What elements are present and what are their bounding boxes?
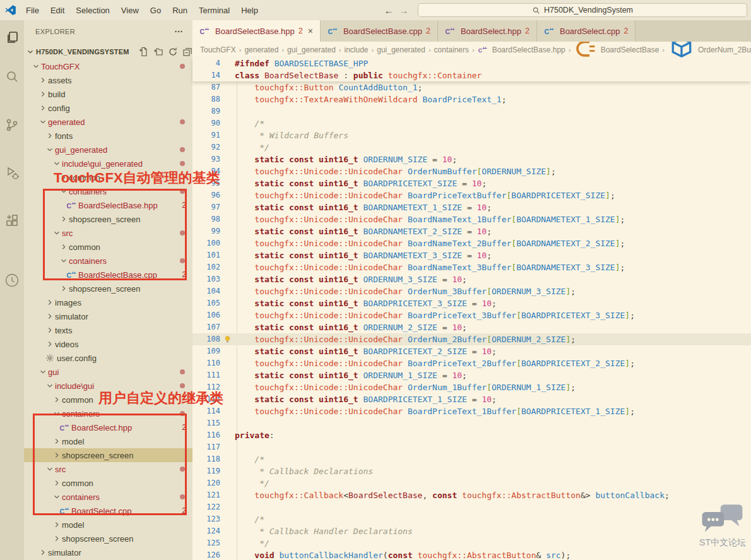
tree-item-label: fonts <box>55 131 73 141</box>
tree-folder-gui[interactable]: gui <box>24 365 192 379</box>
code-line[interactable]: 88 touchgfx::TextAreaWithOneWildcard Boa… <box>192 93 751 105</box>
menu-item-edit[interactable]: Edit <box>45 4 70 17</box>
nav-back-icon[interactable]: ← <box>381 5 396 16</box>
breadcrumb-item[interactable]: OrderNum_2Bu <box>668 42 751 57</box>
tree-folder-assets[interactable]: assets <box>24 73 192 87</box>
code-line[interactable]: 87 touchgfx::Button CountAddButton_1; <box>192 81 751 93</box>
code-line[interactable]: 100 touchgfx::Unicode::UnicodeChar Board… <box>192 237 751 249</box>
breadcrumb-item[interactable]: TouchGFX <box>200 45 236 54</box>
tree-folder-shopscreen-screen[interactable]: shopscreen_screen <box>24 532 192 545</box>
tab-boardselect-cpp[interactable]: C++BoardSelect.cpp2 <box>537 20 636 42</box>
source-control-icon[interactable] <box>3 116 21 134</box>
code-line[interactable]: 109 static const uint16_t BOARDPRICETEXT… <box>192 345 751 357</box>
nav-forward-icon[interactable]: → <box>396 5 411 16</box>
explorer-icon[interactable] <box>3 29 21 47</box>
code-line[interactable]: 99 static const uint16_t BOARDNAMETEXT_2… <box>192 225 751 237</box>
tree-folder-simulator[interactable]: simulator <box>24 309 192 323</box>
tree-folder-simulator[interactable]: simulator <box>24 545 192 559</box>
menu-item-run[interactable]: Run <box>167 4 193 17</box>
line-number: 125 <box>192 537 220 549</box>
code-line[interactable]: 122 <box>192 501 751 513</box>
code-line[interactable]: 117 <box>192 441 751 453</box>
code-line[interactable]: 96 touchgfx::Unicode::UnicodeChar BoardP… <box>192 189 751 201</box>
code-line[interactable]: 108 touchgfx::Unicode::UnicodeChar Order… <box>192 333 751 345</box>
code-line[interactable]: 112 touchgfx::Unicode::UnicodeChar Order… <box>192 381 751 393</box>
breadcrumb-item[interactable]: gui_generated <box>287 45 336 54</box>
tree-folder-shopscreen-screen[interactable]: shopscreen_screen <box>24 282 192 295</box>
tree-folder-model[interactable]: model <box>24 518 192 532</box>
code-line[interactable]: 97 static const uint16_t BOARDNAMETEXT_1… <box>192 201 751 213</box>
code-line[interactable]: 118 /* <box>192 453 751 465</box>
sticky-line[interactable]: 14class BoardSelectBase : public touchgf… <box>192 69 751 81</box>
menu-item-terminal[interactable]: Terminal <box>193 4 235 17</box>
code-line[interactable]: 89 <box>192 105 751 117</box>
search-icon[interactable] <box>3 68 21 86</box>
tree-folder-texts[interactable]: texts <box>24 323 192 337</box>
code-line[interactable]: 111 static const uint16_t ORDERNUM_1_SIZ… <box>192 369 751 381</box>
code-line[interactable]: 106 touchgfx::Unicode::UnicodeChar Board… <box>192 309 751 321</box>
code-line[interactable]: 123 /* <box>192 513 751 525</box>
code-line[interactable]: 120 */ <box>192 477 751 489</box>
tab-boardselect-hpp[interactable]: C++BoardSelect.hpp2 <box>438 20 537 42</box>
tree-folder-build[interactable]: build <box>24 87 192 101</box>
breadcrumb-item[interactable]: include <box>345 45 369 54</box>
workspace-section-header[interactable]: H750DK_VENDINGSYSTEM <box>24 44 192 59</box>
code-line[interactable]: 107 static const uint16_t ORDERNUM_2_SIZ… <box>192 321 751 333</box>
tree-folder-videos[interactable]: videos <box>24 337 192 351</box>
tab-boardselectbase-hpp[interactable]: C++BoardSelectBase.hpp2× <box>192 20 321 42</box>
menu-item-view[interactable]: View <box>115 4 145 17</box>
code-line[interactable]: 124 * Callback Handler Declarations <box>192 525 751 537</box>
new-folder-icon[interactable] <box>153 47 163 57</box>
code-line[interactable]: 92 */ <box>192 141 751 153</box>
close-icon[interactable]: × <box>308 26 313 36</box>
code-line[interactable]: 105 static const uint16_t BOARDPRICETEXT… <box>192 297 751 309</box>
command-center-search[interactable]: H750DK_VendingSystem <box>418 3 747 17</box>
menu-item-help[interactable]: Help <box>235 4 264 17</box>
code-line[interactable]: 91 * Wildcard Buffers <box>192 129 751 141</box>
menu-item-file[interactable]: File <box>20 4 45 17</box>
code-line[interactable]: 114 touchgfx::Unicode::UnicodeChar Board… <box>192 405 751 417</box>
tab-boardselectbase-cpp[interactable]: C++BoardSelectBase.cpp2 <box>321 20 438 42</box>
breadcrumb-item[interactable]: C++BoardSelectBase.hpp <box>478 45 565 54</box>
menu-item-go[interactable]: Go <box>145 4 167 17</box>
code-line[interactable]: 93 static const uint16_t ORDERNUM_SIZE =… <box>192 153 751 165</box>
tree-folder-images[interactable]: images <box>24 295 192 309</box>
more-actions-icon[interactable] <box>174 27 184 37</box>
code-line[interactable]: 113 static const uint16_t BOARDPRICETEXT… <box>192 393 751 405</box>
code-line[interactable]: 119 * Callback Declarations <box>192 465 751 477</box>
tree-folder-generated[interactable]: generated <box>24 115 192 129</box>
code-text: static const uint16_t BOARDPRICETEXT_3_S… <box>235 297 497 309</box>
code-line[interactable]: 94 touchgfx::Unicode::UnicodeChar OrderN… <box>192 165 751 177</box>
breadcrumb-item[interactable]: gui_generated <box>377 45 425 54</box>
tree-folder-touchgfx[interactable]: TouchGFX <box>24 59 192 73</box>
code-line[interactable]: 115 <box>192 417 751 429</box>
tree-file-user-config[interactable]: user.config <box>24 351 192 365</box>
tree-folder-gui-generated[interactable]: gui_generated <box>24 143 192 157</box>
code-line[interactable]: 102 touchgfx::Unicode::UnicodeChar Board… <box>192 261 751 273</box>
code-line[interactable]: 104 touchgfx::Unicode::UnicodeChar Order… <box>192 285 751 297</box>
code-line[interactable]: 125 */ <box>192 537 751 549</box>
extensions-icon[interactable] <box>3 212 21 230</box>
new-file-icon[interactable] <box>139 47 149 57</box>
code-line[interactable]: 116private: <box>192 429 751 441</box>
run-and-debug-icon[interactable] <box>3 164 21 182</box>
refresh-icon[interactable] <box>168 47 178 57</box>
code-line[interactable]: 110 touchgfx::Unicode::UnicodeChar Board… <box>192 357 751 369</box>
menu-item-selection[interactable]: Selection <box>70 4 115 17</box>
breadcrumb-item[interactable]: generated <box>244 45 278 54</box>
code-line[interactable]: 90 /* <box>192 117 751 129</box>
tree-folder-config[interactable]: config <box>24 101 192 115</box>
code-line[interactable]: 126 void buttonCallbackHandler(const tou… <box>192 549 751 560</box>
code-line[interactable]: 95 static const uint16_t BOARDPRICETEXT_… <box>192 177 751 189</box>
collapse-all-icon[interactable] <box>182 47 192 57</box>
code-line[interactable]: 101 static const uint16_t BOARDNAMETEXT_… <box>192 249 751 261</box>
tree-folder-fonts[interactable]: fonts <box>24 129 192 143</box>
sticky-line[interactable]: 4#ifndef BOARDSELECTBASE_HPP <box>192 57 751 69</box>
history-icon[interactable] <box>3 271 21 289</box>
breadcrumb-item[interactable]: BoardSelectBase <box>574 42 659 57</box>
breadcrumb-item[interactable]: containers <box>434 45 469 54</box>
lightbulb-icon[interactable] <box>220 335 235 343</box>
code-line[interactable]: 98 touchgfx::Unicode::UnicodeChar BoardN… <box>192 213 751 225</box>
code-line[interactable]: 121 touchgfx::Callback<BoardSelectBase, … <box>192 489 751 501</box>
code-line[interactable]: 103 static const uint16_t ORDERNUM_3_SIZ… <box>192 273 751 285</box>
